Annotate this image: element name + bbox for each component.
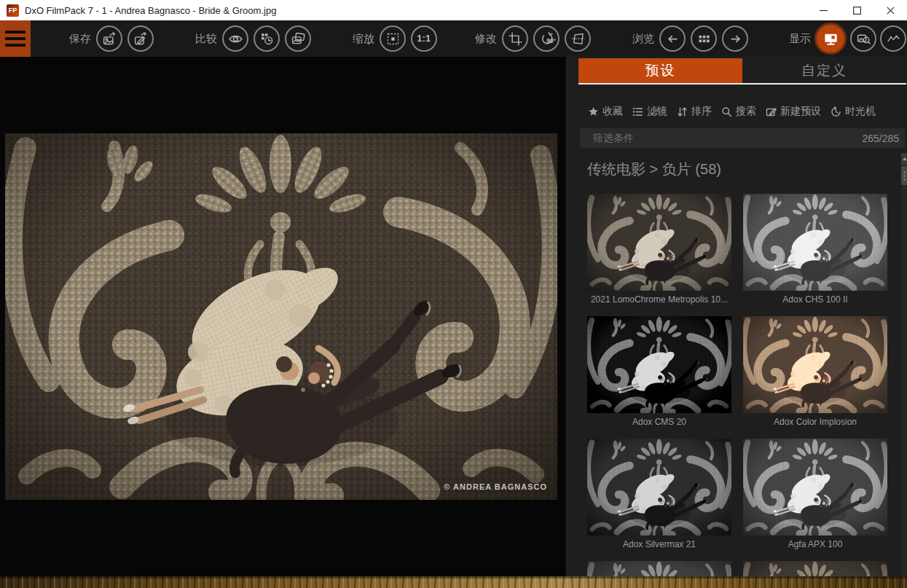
titlebar: FP DxO FilmPack 7 - 1 - Andrea Bagnasco …	[0, 0, 907, 20]
display-preview-button[interactable]	[814, 23, 847, 55]
export-image-icon	[102, 31, 117, 47]
image-viewer: © ANDREA BAGNASCO	[0, 57, 566, 588]
preset-card-metropolis[interactable]: 2021 LomoChrome Metropolis 10...	[587, 194, 731, 305]
app-icon: FP	[7, 4, 19, 17]
thumbnail-grid-icon	[696, 31, 712, 47]
filter-criteria-input[interactable]: 筛选条件 265/285	[580, 128, 905, 148]
next-image-button[interactable]	[722, 26, 748, 52]
display-histogram-button[interactable]	[880, 26, 906, 52]
preset-actions-bar: 收藏 滤镜 排序 搜索	[588, 103, 876, 119]
preset-thumbnail	[743, 561, 887, 576]
favorites-button[interactable]: 收藏	[588, 105, 623, 118]
preset-thumbnail	[743, 194, 887, 291]
rotate-90-button[interactable]: 90°	[533, 26, 559, 52]
fit-to-screen-button[interactable]	[380, 26, 406, 52]
modify-group-label: 修改	[475, 32, 497, 46]
preset-name: Adox Silvermax 21	[587, 539, 731, 549]
time-machine-icon	[831, 106, 841, 117]
zoom-100-button[interactable]: 1:1	[411, 26, 437, 52]
zoom-100-icon: 1:1	[417, 34, 431, 44]
toolbar-group-save: 保存	[69, 20, 154, 57]
export-to-disk-button[interactable]	[96, 26, 122, 52]
minimize-icon	[820, 7, 828, 15]
save-group-label: 保存	[69, 32, 91, 46]
image-canvas[interactable]: © ANDREA BAGNASCO	[5, 133, 557, 500]
preset-card-partial[interactable]	[743, 561, 887, 576]
toolbar-group-zoom: 缩放 1:1	[353, 20, 437, 57]
presets-panel: 预设 自定义 收藏 滤镜 排序 搜索	[566, 57, 907, 588]
side-by-side-button[interactable]	[285, 26, 311, 52]
tab-custom[interactable]: 自定义	[742, 58, 906, 83]
toolbar-group-display: 显示	[789, 20, 906, 57]
tab-presets[interactable]: 预设	[578, 58, 742, 83]
snapshot-history-button[interactable]	[254, 26, 280, 52]
filter-placeholder: 筛选条件	[593, 132, 634, 145]
preset-card-partial[interactable]	[587, 561, 731, 576]
stacked-photos-icon	[291, 31, 306, 47]
export-to-application-button[interactable]	[127, 26, 154, 52]
compare-original-button[interactable]	[222, 26, 248, 52]
panel-tabs: 预设 自定义	[578, 58, 906, 83]
maximize-button[interactable]	[840, 0, 873, 20]
previous-image-button[interactable]	[659, 26, 686, 52]
close-button[interactable]	[873, 0, 907, 20]
rotate-90-label: 90°	[546, 37, 556, 44]
hamburger-icon	[5, 31, 25, 34]
preset-thumbnail	[587, 561, 731, 576]
photo-watermark: © ANDREA BAGNASCO	[444, 482, 547, 491]
app-icon-text: FP	[9, 7, 17, 14]
browse-group-label: 浏览	[632, 32, 654, 46]
menu-button[interactable]	[0, 20, 31, 57]
preset-name: Adox Color Implosion	[743, 417, 887, 427]
export-edit-icon	[133, 31, 149, 47]
window-controls	[806, 0, 907, 20]
display-group-label: 显示	[789, 32, 811, 46]
monitor-icon	[822, 31, 839, 47]
preset-card-cms20[interactable]: Adox CMS 20	[587, 316, 731, 427]
new-preset-icon	[766, 106, 777, 117]
search-icon	[721, 106, 732, 117]
preset-thumbnail	[587, 439, 731, 536]
toolbar-group-compare: 比较	[195, 20, 311, 57]
arrow-right-icon	[728, 31, 743, 47]
preset-card-color-implosion[interactable]: Adox Color Implosion	[743, 316, 887, 427]
filters-button[interactable]: 滤镜	[632, 105, 667, 118]
image-magnifier-icon	[856, 31, 871, 47]
crop-icon	[508, 31, 523, 47]
compare-group-label: 比较	[195, 32, 217, 46]
category-breadcrumb[interactable]: 传统电影 > 负片 (58)	[587, 160, 721, 179]
filter-list-icon	[632, 106, 643, 117]
search-button[interactable]: 搜索	[721, 105, 756, 118]
maximize-icon	[853, 7, 861, 15]
filters-label: 滤镜	[647, 105, 667, 118]
toolbar-group-browse: 浏览	[632, 20, 748, 57]
crop-button[interactable]	[502, 26, 528, 52]
minimize-button[interactable]	[806, 0, 840, 20]
perspective-icon	[570, 31, 586, 47]
sort-icon	[677, 106, 688, 117]
snapshots-clock-icon	[259, 31, 275, 47]
preset-name: Agfa APX 100	[743, 539, 887, 549]
display-loupe-button[interactable]	[850, 26, 876, 52]
preset-count: 265/285	[862, 133, 899, 144]
scrollbar-thumb[interactable]	[901, 166, 907, 185]
new-preset-button[interactable]: 新建预设	[766, 105, 821, 118]
preset-list-scrollbar[interactable]	[901, 153, 907, 576]
preset-thumbnail	[587, 316, 731, 413]
sort-button[interactable]: 排序	[677, 105, 712, 118]
time-machine-button[interactable]: 时光机	[831, 105, 876, 118]
scroll-up-button[interactable]	[901, 153, 907, 165]
preset-card-apx100[interactable]: Agfa APX 100	[743, 439, 887, 549]
window-title: DxO FilmPack 7 - 1 - Andrea Bagnasco - B…	[25, 5, 276, 16]
histogram-curve-icon	[886, 31, 901, 47]
fit-screen-icon	[385, 31, 401, 47]
tab-underline	[578, 83, 906, 85]
image-browser-button[interactable]	[691, 26, 717, 52]
preset-card-chs100[interactable]: Adox CHS 100 II	[743, 194, 887, 305]
perspective-button[interactable]	[565, 26, 591, 52]
preset-card-silvermax[interactable]: Adox Silvermax 21	[587, 439, 731, 549]
close-icon	[887, 7, 895, 15]
eye-icon	[228, 31, 243, 47]
bride-groom-photo	[5, 133, 557, 500]
time-machine-label: 时光机	[845, 105, 876, 118]
